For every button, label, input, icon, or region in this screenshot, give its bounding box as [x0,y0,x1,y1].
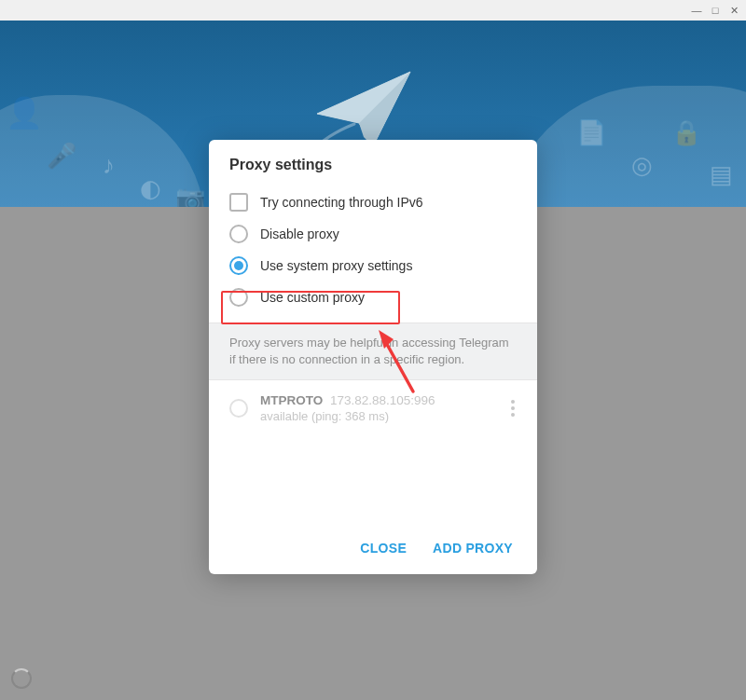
proxy-settings-dialog: Proxy settings Try connecting through IP… [209,140,537,574]
dialog-title: Proxy settings [209,140,537,186]
camera-icon: 📷 [175,184,205,207]
option-label: Use system proxy settings [260,258,412,273]
doc-icon: 📄 [576,118,606,147]
radio-unselected-icon [229,399,248,418]
lock-icon: 🔒 [671,118,701,147]
music-icon: ♪ [103,151,115,180]
option-label: Disable proxy [260,226,339,241]
titlebar: — □ ✕ [0,0,746,21]
option-label: Try connecting through IPv6 [260,195,423,210]
add-proxy-button[interactable]: ADD PROXY [433,541,513,556]
info-text: Proxy servers may be helpful in accessin… [209,323,537,380]
proxy-list-item[interactable]: MTPROTO 173.82.88.105:996 available (pin… [209,380,537,436]
window-maximize-button[interactable]: □ [709,4,722,17]
mic-icon: 🎤 [47,142,76,171]
robot-icon: ◎ [631,151,653,180]
loading-spinner-icon [11,668,32,689]
close-button[interactable]: CLOSE [360,541,407,556]
headphones-icon: ◐ [140,174,161,203]
proxy-protocol: MTPROTO [260,393,323,407]
custom-proxy-option[interactable]: Use custom proxy [209,281,537,313]
checkbox-unchecked-icon [229,193,248,212]
radio-selected-icon [229,256,248,275]
disable-proxy-option[interactable]: Disable proxy [209,218,537,250]
option-label: Use custom proxy [260,290,365,305]
ipv6-option[interactable]: Try connecting through IPv6 [209,186,537,218]
window-minimize-button[interactable]: — [690,4,703,17]
system-proxy-option[interactable]: Use system proxy settings [209,250,537,281]
book-icon: ▤ [710,160,733,189]
proxy-address: 173.82.88.105:996 [330,393,435,407]
more-menu-icon[interactable] [505,394,520,422]
radio-unselected-icon [229,288,248,307]
proxy-info: MTPROTO 173.82.88.105:996 available (pin… [260,393,493,423]
person-icon: 👤 [6,95,43,130]
radio-unselected-icon [229,225,248,243]
proxy-status: available (ping: 368 ms) [260,409,493,423]
dialog-actions: CLOSE ADD PROXY [209,524,537,574]
window-close-button[interactable]: ✕ [727,4,740,17]
